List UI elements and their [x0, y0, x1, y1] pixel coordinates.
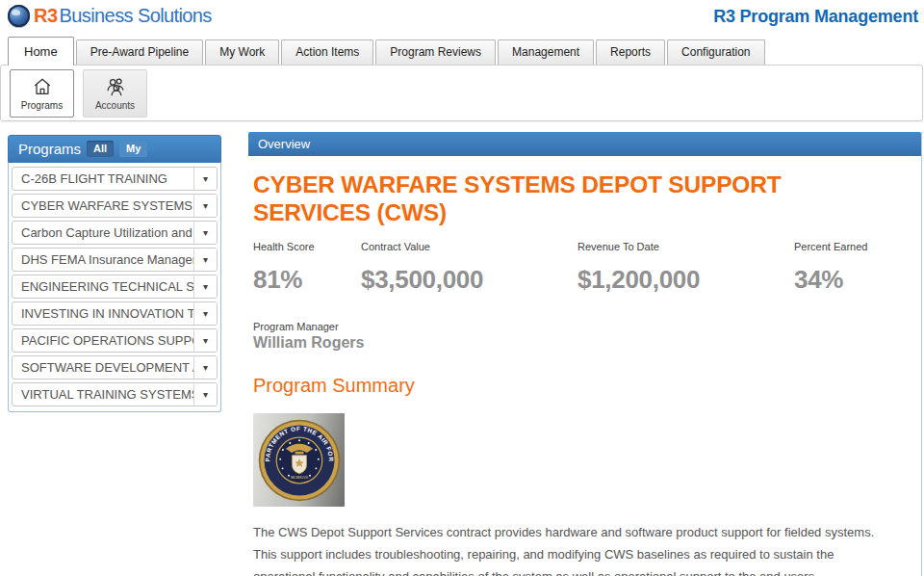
program-summary-heading: Program Summary	[253, 375, 892, 397]
tab-action-items[interactable]: Action Items	[281, 39, 373, 65]
toolbar-strip: Programs Accounts	[0, 65, 923, 121]
metric-contract-value: Contract Value $3,500,000	[361, 241, 578, 295]
metric-label: Revenue To Date	[578, 241, 794, 252]
chevron-down-icon: ▾	[203, 281, 208, 292]
people-group-icon	[105, 76, 126, 97]
program-name: Carbon Capture Utilization and Stor	[13, 222, 193, 244]
programs-button-label: Programs	[21, 100, 63, 111]
program-dropdown-button[interactable]: ▾	[193, 275, 217, 298]
filter-my-button[interactable]: My	[119, 141, 147, 157]
accounts-button[interactable]: Accounts	[83, 69, 147, 118]
program-list-item[interactable]: DHS FEMA Insurance Managemen ▾	[12, 248, 218, 272]
globe-icon	[8, 5, 30, 27]
sidebar-title: Programs	[18, 141, 81, 157]
program-dropdown-button[interactable]: ▾	[193, 329, 217, 352]
company-logo[interactable]: R3 Business Solutions	[8, 5, 212, 27]
chevron-down-icon: ▾	[203, 254, 208, 265]
metric-value: 34%	[794, 265, 867, 295]
program-name: SOFTWARE DEVELOPMENT AND	[13, 356, 193, 379]
tab-my-work[interactable]: My Work	[205, 39, 279, 65]
overview-panel-header: Overview	[248, 132, 921, 156]
program-dropdown-button[interactable]: ▾	[193, 222, 217, 244]
program-name: DHS FEMA Insurance Managemen	[13, 249, 193, 271]
logo-business-solutions-text: Business Solutions	[60, 5, 212, 27]
chevron-down-icon: ▾	[203, 308, 208, 319]
program-name: INVESTING IN INNOVATION TECH	[13, 302, 193, 325]
program-dropdown-button[interactable]: ▾	[193, 383, 217, 406]
program-list-item[interactable]: Carbon Capture Utilization and Stor ▾	[12, 221, 218, 245]
programs-button[interactable]: Programs	[10, 69, 74, 118]
metric-label: Percent Earned	[794, 241, 867, 252]
metrics-row: Health Score 81% Contract Value $3,500,0…	[253, 241, 892, 295]
tab-pre-award-pipeline[interactable]: Pre-Award Pipeline	[76, 39, 204, 65]
programs-sidebar-header: Programs All My	[8, 135, 221, 163]
metric-label: Health Score	[253, 241, 361, 252]
chevron-down-icon: ▾	[203, 227, 208, 238]
program-title: CYBER WARFARE SYSTEMS DEPOT SUPPORT SERV…	[253, 171, 869, 226]
overview-panel-body: CYBER WARFARE SYSTEMS DEPOT SUPPORT SERV…	[248, 156, 921, 576]
program-description: The CWS Depot Support Services contract …	[253, 521, 892, 576]
program-dropdown-button[interactable]: ▾	[193, 356, 217, 379]
home-icon	[32, 76, 53, 97]
program-name: C-26B FLIGHT TRAINING	[13, 168, 193, 190]
metric-health-score: Health Score 81%	[253, 241, 361, 295]
program-name: ENGINEERING TECHNICAL SUPP	[13, 275, 193, 298]
program-manager-name: William Rogers	[253, 334, 892, 352]
metric-value: 81%	[253, 265, 361, 295]
top-header: R3 Business Solutions R3 Program Managem…	[0, 0, 924, 35]
program-dropdown-button[interactable]: ▾	[193, 195, 217, 217]
program-manager-block: Program Manager William Rogers	[253, 321, 892, 352]
chevron-down-icon: ▾	[203, 335, 208, 346]
programs-list: C-26B FLIGHT TRAINING ▾ CYBER WARFARE SY…	[8, 163, 221, 412]
program-list-item[interactable]: CYBER WARFARE SYSTEMS DEP ▾	[12, 194, 218, 218]
air-force-seal: DEPARTMENT OF THE AIR FORCE UNITED STATE…	[257, 417, 342, 504]
metric-value: $1,200,000	[578, 265, 794, 295]
tab-configuration[interactable]: Configuration	[667, 39, 764, 65]
program-list-item[interactable]: SOFTWARE DEVELOPMENT AND ▾	[12, 355, 218, 380]
chevron-down-icon: ▾	[203, 200, 208, 211]
chevron-down-icon: ▾	[203, 389, 208, 400]
logo-r3-text: R3	[34, 5, 58, 27]
program-list-item[interactable]: ENGINEERING TECHNICAL SUPP ▾	[12, 275, 218, 299]
app-title: R3 Program Management	[713, 7, 918, 27]
program-name: VIRTUAL TRAINING SYSTEMS SU	[13, 383, 193, 406]
metric-percent-earned: Percent Earned 34%	[794, 241, 867, 295]
main-tab-bar: Home Pre-Award Pipeline My Work Action I…	[8, 37, 767, 65]
metric-revenue-to-date: Revenue To Date $1,200,000	[578, 241, 794, 295]
svg-text:MCMXLVII: MCMXLVII	[291, 476, 308, 480]
program-dropdown-button[interactable]: ▾	[193, 302, 217, 325]
accounts-button-label: Accounts	[95, 100, 135, 111]
program-list-item[interactable]: PACIFIC OPERATIONS SUPPORT ▾	[12, 328, 218, 353]
tab-program-reviews[interactable]: Program Reviews	[375, 39, 496, 65]
chevron-down-icon: ▾	[203, 362, 208, 373]
program-name: CYBER WARFARE SYSTEMS DEP	[13, 195, 193, 217]
air-force-seal-image: DEPARTMENT OF THE AIR FORCE UNITED STATE…	[253, 413, 345, 507]
tab-management[interactable]: Management	[498, 39, 594, 65]
programs-sidebar: Programs All My C-26B FLIGHT TRAINING ▾ …	[8, 135, 221, 412]
tab-home[interactable]: Home	[8, 37, 74, 65]
program-list-item[interactable]: VIRTUAL TRAINING SYSTEMS SU ▾	[12, 382, 218, 406]
program-dropdown-button[interactable]: ▾	[193, 249, 217, 271]
program-list-item[interactable]: INVESTING IN INNOVATION TECH ▾	[12, 301, 218, 326]
metric-label: Contract Value	[361, 241, 578, 252]
overview-panel: Overview CYBER WARFARE SYSTEMS DEPOT SUP…	[248, 132, 922, 576]
metric-value: $3,500,000	[361, 265, 578, 295]
program-name: PACIFIC OPERATIONS SUPPORT	[13, 329, 193, 352]
filter-all-button[interactable]: All	[87, 141, 114, 157]
tab-reports[interactable]: Reports	[596, 39, 665, 65]
chevron-down-icon: ▾	[203, 173, 208, 184]
program-list-item[interactable]: C-26B FLIGHT TRAINING ▾	[12, 167, 218, 191]
program-dropdown-button[interactable]: ▾	[193, 168, 217, 190]
program-manager-label: Program Manager	[253, 321, 892, 332]
